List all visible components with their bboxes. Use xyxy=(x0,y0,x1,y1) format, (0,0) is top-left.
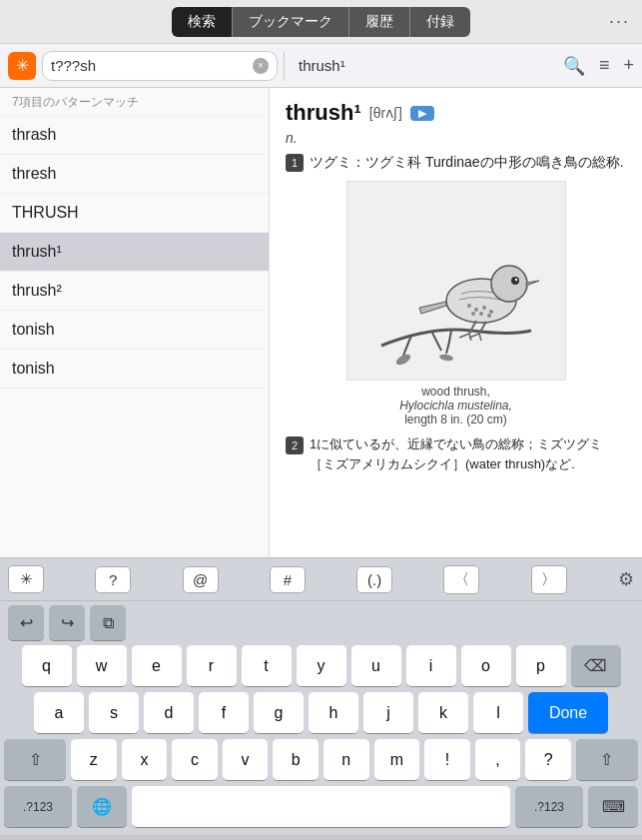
sym-hash[interactable]: # xyxy=(270,566,306,593)
key-h[interactable]: h xyxy=(309,692,358,734)
clipboard-button[interactable]: ⧉ xyxy=(90,605,126,641)
key-z[interactable]: z xyxy=(71,739,117,781)
key-b[interactable]: b xyxy=(273,739,319,781)
audio-button[interactable]: ▶ xyxy=(410,106,434,121)
key-v[interactable]: v xyxy=(223,739,269,781)
left-panel: 7項目のパターンマッチ thrash thresh THRUSH thrush¹… xyxy=(0,88,270,557)
key-exclaim[interactable]: ! xyxy=(424,739,470,781)
svg-line-17 xyxy=(469,334,479,338)
definition-1: 1 ツグミ：ツグミ科 Turdinaeの中形の鳴き鳥の総称. xyxy=(286,152,626,173)
key-x[interactable]: x xyxy=(122,739,168,781)
key-n[interactable]: n xyxy=(323,739,369,781)
entry-pos: n. xyxy=(286,130,626,146)
sym-left-angle[interactable]: 〈 xyxy=(443,565,479,594)
key-comma[interactable]: , xyxy=(475,739,521,781)
key-w[interactable]: w xyxy=(77,645,127,687)
add-icon[interactable]: + xyxy=(623,55,634,76)
shift-left-button[interactable]: ⇧ xyxy=(4,739,66,781)
key-r[interactable]: r xyxy=(187,645,237,687)
num-button-left[interactable]: .?123 xyxy=(4,786,72,828)
sym-paren[interactable]: (.) xyxy=(356,566,392,593)
list-item[interactable]: thrash xyxy=(0,116,269,155)
key-a[interactable]: a xyxy=(34,692,84,734)
search-box: × xyxy=(42,51,278,81)
gear-button[interactable]: ⚙ xyxy=(618,568,634,590)
key-p[interactable]: p xyxy=(516,645,566,687)
definition-2: 2 1に似ているが、近縁でない鳥の総称；ミズツグミ［ミズアメリカムシクイ］(wa… xyxy=(286,434,626,473)
key-e[interactable]: e xyxy=(132,645,182,687)
done-button[interactable]: Done xyxy=(528,692,608,734)
svg-point-7 xyxy=(471,312,475,316)
key-f[interactable]: f xyxy=(199,692,249,734)
key-i[interactable]: i xyxy=(406,645,456,687)
backspace-button[interactable]: ⌫ xyxy=(571,645,621,687)
svg-point-3 xyxy=(467,304,471,308)
svg-point-11 xyxy=(511,277,519,285)
key-u[interactable]: u xyxy=(351,645,401,687)
sym-right-angle[interactable]: 〉 xyxy=(531,565,567,594)
shift-right-button[interactable]: ⇧ xyxy=(576,739,638,781)
svg-point-10 xyxy=(491,266,527,302)
tab-group: 検索 ブックマーク 履歴 付録 xyxy=(172,7,470,37)
key-s[interactable]: s xyxy=(89,692,139,734)
keyboard-row-4: .?123 🌐 .?123 ⌨ xyxy=(4,786,638,828)
match-count: 7項目のパターンマッチ xyxy=(0,88,269,116)
list-item[interactable]: tonish xyxy=(0,311,269,350)
key-c[interactable]: c xyxy=(172,739,218,781)
svg-line-15 xyxy=(459,334,469,338)
key-j[interactable]: j xyxy=(363,692,413,734)
hide-keyboard-button[interactable]: ⌨ xyxy=(588,786,638,828)
search-icon[interactable]: 🔍 xyxy=(563,55,585,77)
key-l[interactable]: l xyxy=(473,692,523,734)
key-d[interactable]: d xyxy=(144,692,194,734)
list-item[interactable]: thrush² xyxy=(0,272,269,311)
clear-button[interactable]: × xyxy=(253,58,269,74)
snowflake-symbol: ✳ xyxy=(16,56,29,75)
svg-point-8 xyxy=(479,312,483,316)
key-y[interactable]: y xyxy=(297,645,346,687)
key-q[interactable]: q xyxy=(22,645,72,687)
sym-at[interactable]: @ xyxy=(183,566,219,593)
key-o[interactable]: o xyxy=(461,645,511,687)
num-button-right[interactable]: .?123 xyxy=(515,786,583,828)
svg-point-1 xyxy=(438,354,453,362)
svg-point-4 xyxy=(474,308,478,312)
redo-button[interactable]: ↪ xyxy=(49,605,85,641)
sym-question[interactable]: ? xyxy=(95,566,131,593)
key-g[interactable]: g xyxy=(254,692,304,734)
def-text-2: 1に似ているが、近縁でない鳥の総称；ミズツグミ［ミズアメリカムシクイ］(wate… xyxy=(310,434,626,473)
globe-button[interactable]: 🌐 xyxy=(77,786,127,828)
more-button[interactable]: ··· xyxy=(609,11,630,32)
tab-history[interactable]: 履歴 xyxy=(349,7,410,37)
def-num-2: 2 xyxy=(286,436,304,454)
tab-bookmark[interactable]: ブックマーク xyxy=(233,7,349,37)
tab-search[interactable]: 検索 xyxy=(172,7,233,37)
search-right: thrush¹ 🔍 ≡ + xyxy=(291,55,634,77)
entry-pronunciation: [θrʌʃ] xyxy=(369,105,402,121)
list-item[interactable]: THRUSH xyxy=(0,194,269,233)
app-icon[interactable]: ✳ xyxy=(8,52,36,80)
key-question[interactable]: ? xyxy=(525,739,571,781)
undo-button[interactable]: ↩ xyxy=(8,605,44,641)
sym-asterisk[interactable]: ✳ xyxy=(8,565,44,593)
list-item-active[interactable]: thrush¹ xyxy=(0,233,269,272)
keyboard: ↩ ↪ ⧉ q w e r t y u i o p ⌫ a s d f g h … xyxy=(0,601,642,835)
entry-word: thrush¹ xyxy=(286,100,361,126)
key-k[interactable]: k xyxy=(418,692,468,734)
search-left: ✳ × xyxy=(8,51,278,81)
def-text-1: ツグミ：ツグミ科 Turdinaeの中形の鳴き鳥の総称. xyxy=(310,152,624,173)
entry-header: thrush¹ [θrʌʃ] ▶ xyxy=(286,100,626,126)
search-divider xyxy=(284,51,285,81)
list-item[interactable]: thresh xyxy=(0,155,269,194)
search-input[interactable] xyxy=(51,57,253,74)
menu-icon[interactable]: ≡ xyxy=(599,55,610,76)
key-t[interactable]: t xyxy=(242,645,292,687)
tab-appendix[interactable]: 付録 xyxy=(410,7,470,37)
dict-title: thrush¹ xyxy=(299,57,345,74)
key-m[interactable]: m xyxy=(374,739,420,781)
symbol-bar: ✳ ? @ # (.) 〈 〉 ⚙ xyxy=(0,557,642,601)
right-panel: thrush¹ [θrʌʃ] ▶ n. 1 ツグミ：ツグミ科 Turdinaeの… xyxy=(270,88,642,557)
list-item[interactable]: tonish xyxy=(0,350,269,389)
top-navigation: 検索 ブックマーク 履歴 付録 ··· xyxy=(0,0,642,44)
space-button[interactable] xyxy=(132,786,510,828)
